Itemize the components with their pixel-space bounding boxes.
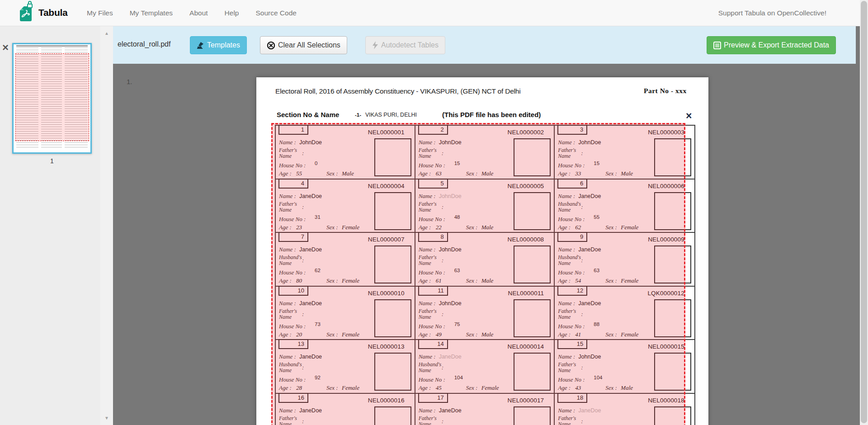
lightning-icon	[372, 41, 378, 49]
autodetect-button-label: Autodetect Tables	[381, 41, 439, 49]
page-thumbnail[interactable]	[12, 43, 92, 154]
selection-overlay[interactable]	[271, 123, 685, 425]
nav-source-code[interactable]: Source Code	[255, 9, 296, 17]
circle-x-icon	[267, 41, 275, 50]
page-thumbnail-sidebar: × 1	[0, 26, 100, 425]
thumbnail-page-number: 1	[12, 157, 92, 165]
table-list-icon	[713, 42, 721, 49]
stamp-icon	[197, 42, 204, 49]
part-number: Part No - xxx	[644, 87, 687, 95]
scroll-down-icon[interactable]: ▼	[100, 416, 113, 420]
nav-my-templates[interactable]: My Templates	[130, 9, 173, 17]
scrollbar-thumb[interactable]	[861, 1, 867, 423]
section-place: VIKAS PURI, DELHI	[365, 112, 417, 118]
page-scrollbar[interactable]	[860, 0, 868, 425]
toolbar: electoral_roll.pdf Templates Clear All S…	[113, 26, 856, 64]
nav-help[interactable]: Help	[225, 9, 239, 17]
tabula-pdf-lock-icon	[20, 4, 34, 22]
sidebar-scrollbar[interactable]: ▲ ▼	[100, 26, 113, 425]
pdf-page[interactable]: Electoral Roll, 2016 of Assembly Constit…	[256, 77, 708, 425]
nav-links: My Files My Templates About Help Source …	[87, 0, 297, 26]
clear-button-label: Clear All Selections	[278, 41, 340, 49]
brand-link[interactable]: Tabula	[20, 4, 67, 22]
support-link[interactable]: Support Tabula on OpenCollective!	[718, 0, 826, 26]
section-label: Section No & Name	[277, 111, 339, 118]
pdf-document-title: Electoral Roll, 2016 of Assembly Constit…	[275, 87, 521, 95]
document-filename: electoral_roll.pdf	[118, 40, 170, 48]
brand-title: Tabula	[38, 7, 67, 18]
remove-page-button[interactable]: ×	[2, 42, 9, 52]
thumbnail-header-line	[16, 45, 88, 47]
nav-about[interactable]: About	[189, 9, 208, 17]
edited-note: (This PDF file has been edited)	[442, 111, 541, 118]
export-button-label: Preview & Export Extracted Data	[724, 41, 829, 49]
selection-close-icon[interactable]: ×	[686, 111, 692, 121]
pdf-viewer: 1. Electoral Roll, 2016 of Assembly Cons…	[113, 26, 860, 425]
page-marker: 1.	[127, 78, 132, 85]
section-number: -1-	[355, 112, 361, 118]
thumbnail-selection-rect	[15, 53, 89, 141]
templates-button[interactable]: Templates	[190, 36, 247, 54]
autodetect-tables-button[interactable]: Autodetect Tables	[365, 36, 445, 54]
templates-button-label: Templates	[207, 41, 240, 49]
navbar: Tabula My Files My Templates About Help …	[0, 0, 860, 26]
scroll-up-icon[interactable]: ▲	[100, 31, 113, 36]
preview-export-button[interactable]: Preview & Export Extracted Data	[707, 36, 836, 54]
nav-my-files[interactable]: My Files	[87, 9, 113, 17]
clear-all-selections-button[interactable]: Clear All Selections	[260, 36, 347, 54]
